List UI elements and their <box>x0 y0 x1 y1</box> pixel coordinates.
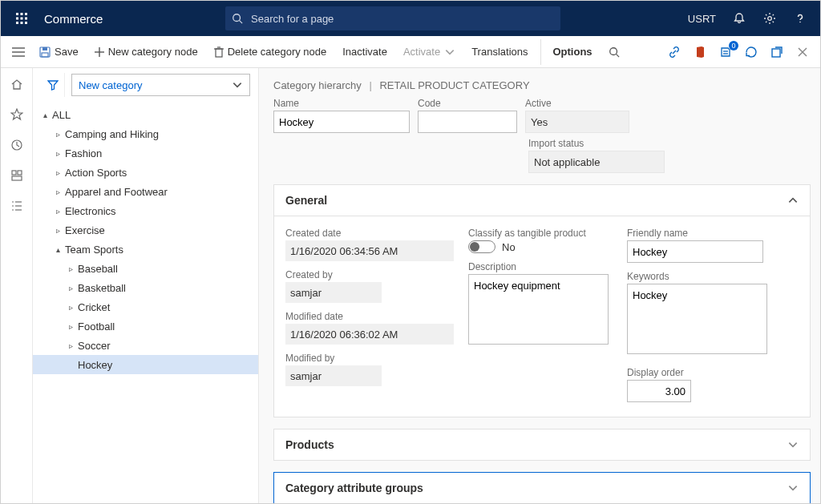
chevron-down-icon <box>232 79 243 91</box>
recent-icon[interactable] <box>9 137 25 153</box>
refresh-icon[interactable] <box>743 44 759 60</box>
link-icon[interactable] <box>666 44 682 60</box>
brand-title: Commerce <box>36 12 111 26</box>
tree-node[interactable]: ▹Electronics <box>33 201 258 220</box>
svg-rect-33 <box>12 171 16 175</box>
svg-marker-31 <box>11 109 22 119</box>
filter-icon[interactable] <box>41 73 65 97</box>
options-button[interactable]: Options <box>540 39 598 65</box>
tree-expand-icon[interactable]: ▹ <box>65 341 76 350</box>
tree-expand-icon[interactable]: ▹ <box>65 303 76 312</box>
svg-line-10 <box>240 21 243 24</box>
tree-node[interactable]: ▹Action Sports <box>33 163 258 182</box>
tree-node-label: Apparel and Footwear <box>63 186 168 198</box>
tree-expand-icon[interactable]: ▴ <box>39 111 51 119</box>
modules-icon[interactable] <box>9 198 25 214</box>
svg-rect-6 <box>16 22 18 24</box>
tree-expand-icon[interactable]: ▹ <box>65 264 76 273</box>
search-icon <box>232 13 243 24</box>
chevron-down-icon <box>787 482 799 494</box>
tree-node[interactable]: ▹Exercise <box>33 220 258 240</box>
svg-point-9 <box>233 14 241 22</box>
breadcrumb: Category hierarchy | RETAIL PRODUCT CATE… <box>273 79 811 91</box>
display-order-field[interactable] <box>627 380 691 402</box>
star-icon[interactable] <box>9 107 25 123</box>
svg-rect-1 <box>21 13 23 15</box>
tree-expand-icon[interactable]: ▹ <box>52 130 63 139</box>
svg-point-11 <box>768 17 772 21</box>
delete-node-label: Delete category node <box>228 46 327 58</box>
search-input[interactable] <box>249 12 554 26</box>
user-label[interactable]: USRT <box>688 13 716 25</box>
trash-icon <box>214 46 224 58</box>
code-field[interactable] <box>418 111 517 133</box>
bell-icon[interactable] <box>732 11 746 26</box>
friendly-name-field[interactable] <box>627 240 763 263</box>
svg-rect-4 <box>21 18 23 20</box>
tree-node[interactable]: ▹Basketball <box>33 278 258 297</box>
svg-rect-28 <box>772 49 780 57</box>
classify-toggle[interactable] <box>468 240 495 253</box>
main-form: Category hierarchy | RETAIL PRODUCT CATE… <box>259 68 820 503</box>
tree-expand-icon[interactable]: ▹ <box>52 207 63 216</box>
svg-point-12 <box>799 22 801 23</box>
tree-node[interactable]: ▴ALL <box>33 105 258 124</box>
svg-marker-42 <box>48 81 58 90</box>
plus-icon <box>95 47 104 57</box>
close-icon[interactable] <box>795 44 811 60</box>
inactivate-button[interactable]: Inactivate <box>336 39 394 65</box>
tree-expand-icon[interactable]: ▹ <box>65 322 76 331</box>
tree-expand-icon[interactable]: ▹ <box>52 187 63 196</box>
import-status-label: Import status <box>528 138 665 149</box>
tree-expand-icon[interactable]: ▹ <box>52 226 63 235</box>
attachments-icon[interactable]: 0 <box>718 44 734 60</box>
svg-rect-18 <box>42 53 48 57</box>
tree-node[interactable]: ▹Baseball <box>33 259 258 278</box>
office-icon[interactable] <box>692 44 708 60</box>
save-button[interactable]: Save <box>33 39 85 65</box>
tree-node[interactable]: ▴Team Sports <box>33 240 258 259</box>
gear-icon[interactable] <box>762 11 777 26</box>
workspace-icon[interactable] <box>9 167 25 183</box>
svg-rect-3 <box>16 18 18 20</box>
new-node-button[interactable]: New category node <box>88 39 204 65</box>
tree-node[interactable]: ▹Camping and Hiking <box>33 124 258 143</box>
search-action-button[interactable] <box>602 39 626 65</box>
tree-node[interactable]: ▹Apparel and Footwear <box>33 182 258 201</box>
active-value: Yes <box>525 111 629 133</box>
tree-node-label: Baseball <box>76 263 118 275</box>
keywords-field[interactable] <box>627 284 767 354</box>
translations-button[interactable]: Translations <box>465 39 534 65</box>
tree-node[interactable]: ▹Fashion <box>33 143 258 163</box>
section-products-header[interactable]: Products <box>273 429 811 461</box>
tree-node[interactable]: ▹Soccer <box>33 336 258 355</box>
category-combo[interactable]: New category <box>71 74 250 96</box>
description-field[interactable] <box>468 274 609 345</box>
section-cat-attr-header[interactable]: Category attribute groups <box>273 472 811 503</box>
modified-date-value: 1/16/2020 06:36:02 AM <box>285 324 454 345</box>
tree-node-label: Basketball <box>76 282 126 294</box>
waffle-icon[interactable] <box>7 1 36 36</box>
svg-rect-34 <box>18 171 22 175</box>
tree-expand-icon[interactable]: ▴ <box>52 245 63 254</box>
tree-expand-icon[interactable]: ▹ <box>52 168 63 177</box>
tree-node-label: Action Sports <box>63 167 127 179</box>
tree-expand-icon[interactable]: ▹ <box>52 149 63 158</box>
tree-node[interactable]: ▹Football <box>33 317 258 336</box>
popout-icon[interactable] <box>769 44 785 60</box>
help-icon[interactable] <box>793 11 807 26</box>
tree-node[interactable]: ▹Cricket <box>33 297 258 317</box>
home-icon[interactable] <box>9 76 25 92</box>
svg-rect-2 <box>25 13 27 15</box>
save-icon <box>39 46 51 58</box>
code-label: Code <box>418 98 517 109</box>
name-field[interactable] <box>273 111 410 133</box>
tree-expand-icon[interactable]: ▹ <box>65 284 76 292</box>
tree-node[interactable]: Hockey <box>33 355 258 374</box>
modified-by-value: samjar <box>285 365 382 386</box>
section-general-header[interactable]: General <box>273 184 811 216</box>
search-box[interactable] <box>225 6 560 30</box>
delete-node-button[interactable]: Delete category node <box>208 39 334 65</box>
svg-rect-5 <box>25 18 27 20</box>
hamburger-icon[interactable] <box>7 47 30 57</box>
